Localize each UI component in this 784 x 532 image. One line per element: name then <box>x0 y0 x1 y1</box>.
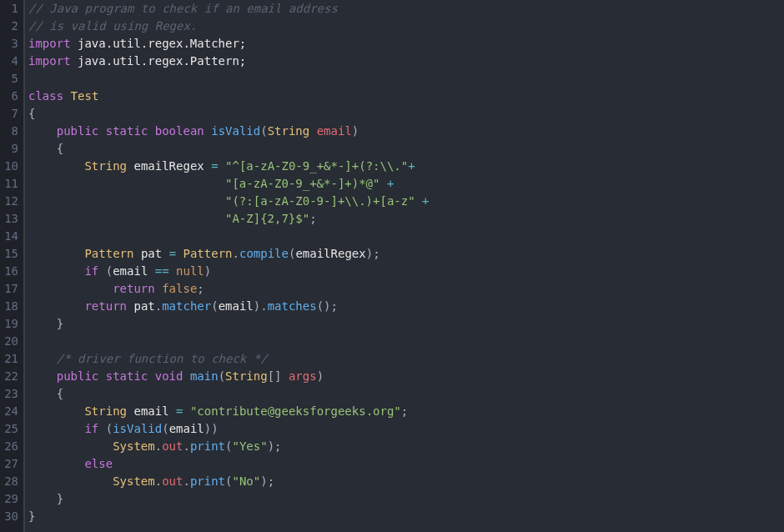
keyword-static: static <box>106 124 148 138</box>
line-number: 1 <box>0 0 18 18</box>
class-system: System <box>113 439 155 453</box>
comment: // Java program to check if an email add… <box>28 2 338 15</box>
method-print: print <box>190 474 225 488</box>
code-line[interactable]: "A-Z]{2,7}$"; <box>28 210 784 228</box>
comment: // is valid using Regex. <box>28 19 197 33</box>
string-literal: "^[a-zA-Z0-9_+&*-]+(?:\\." <box>225 159 408 173</box>
string-literal: "No" <box>233 474 261 488</box>
code-line[interactable]: else <box>28 455 784 473</box>
code-line[interactable]: } <box>28 490 784 508</box>
code-line[interactable]: System.out.print("Yes"); <box>28 438 784 455</box>
method-call: isValid <box>113 422 162 435</box>
string-literal: "A-Z]{2,7}$" <box>225 212 309 225</box>
code-line[interactable]: public static void main(String[] args) <box>28 368 784 385</box>
line-number: 26 <box>0 438 18 455</box>
param-type: String <box>268 124 310 138</box>
line-number: 18 <box>0 298 18 315</box>
code-line[interactable] <box>28 333 784 350</box>
line-number: 21 <box>0 350 18 368</box>
param-name: email <box>317 124 352 138</box>
code-line[interactable] <box>28 228 784 245</box>
operator-assign: = <box>176 404 183 418</box>
variable: pat <box>133 299 154 313</box>
line-number: 14 <box>0 228 18 245</box>
line-number: 7 <box>0 105 18 123</box>
code-line[interactable]: class Test <box>28 88 784 105</box>
code-editor[interactable]: // Java program to check if an email add… <box>25 0 784 532</box>
brace: { <box>28 107 35 120</box>
keyword-if: if <box>84 422 98 435</box>
code-line[interactable]: } <box>28 508 784 525</box>
keyword-public: public <box>57 124 99 138</box>
line-number: 3 <box>0 35 18 53</box>
line-number: 10 <box>0 158 18 175</box>
class-name: Test <box>71 89 99 103</box>
keyword-else: else <box>84 457 113 470</box>
code-line[interactable]: Pattern pat = Pattern.compile(emailRegex… <box>28 245 784 263</box>
code-line[interactable]: if (email == null) <box>28 263 784 280</box>
code-line[interactable]: if (isValid(email)) <box>28 420 784 438</box>
brace: } <box>57 492 63 505</box>
code-line[interactable]: String email = "contribute@geeksforgeeks… <box>28 403 784 420</box>
method-print: print <box>190 439 225 453</box>
line-number: 22 <box>0 368 18 385</box>
operator-eq: == <box>155 264 169 278</box>
variable: emailRegex <box>133 159 204 173</box>
line-number: 24 <box>0 403 18 420</box>
method-call: compile <box>239 247 289 260</box>
param-name: args <box>289 369 317 383</box>
type-string: String <box>84 159 127 173</box>
line-number: 5 <box>0 70 18 88</box>
string-literal: "(?:[a-zA-Z0-9-]+\\.)+[a-z" <box>225 194 415 208</box>
code-line[interactable]: /* driver function to check */ <box>28 350 784 368</box>
null-literal: null <box>176 264 204 278</box>
code-line[interactable]: // Java program to check if an email add… <box>28 0 784 18</box>
keyword-public: public <box>57 369 99 383</box>
line-number: 13 <box>0 210 18 228</box>
argument: email <box>219 299 254 313</box>
code-line[interactable]: { <box>28 105 784 123</box>
variable: email <box>133 404 168 418</box>
brace: { <box>57 142 63 155</box>
line-number: 12 <box>0 193 18 210</box>
code-line[interactable]: return pat.matcher(email).matches(); <box>28 298 784 315</box>
keyword-return: return <box>84 299 127 313</box>
code-line[interactable]: System.out.print("No"); <box>28 473 784 490</box>
code-line[interactable]: import java.util.regex.Matcher; <box>28 35 784 53</box>
line-number: 15 <box>0 245 18 263</box>
line-number: 16 <box>0 263 18 280</box>
string-literal: "[a-zA-Z0-9_+&*-]+)*@" <box>225 177 379 190</box>
keyword-import: import <box>28 37 71 50</box>
brace: } <box>57 317 63 330</box>
line-number: 17 <box>0 280 18 298</box>
code-line[interactable]: // is valid using Regex. <box>28 18 784 35</box>
package-path: java.util.regex.Matcher; <box>71 37 247 50</box>
type-pattern: Pattern <box>84 247 133 260</box>
code-line[interactable]: import java.util.regex.Pattern; <box>28 53 784 70</box>
operator-plus: + <box>408 159 415 173</box>
code-line[interactable]: "[a-zA-Z0-9_+&*-]+)*@" + <box>28 175 784 193</box>
argument: emailRegex <box>295 247 365 260</box>
line-number: 19 <box>0 315 18 333</box>
line-number: 20 <box>0 333 18 350</box>
line-number: 30 <box>0 508 18 525</box>
variable: pat <box>141 247 162 260</box>
code-line[interactable]: "(?:[a-zA-Z0-9-]+\\.)+[a-z" + <box>28 193 784 210</box>
comment: /* driver function to check */ <box>57 352 268 365</box>
param-type: String <box>225 369 268 383</box>
method-name: isValid <box>211 124 260 138</box>
code-line[interactable]: String emailRegex = "^[a-zA-Z0-9_+&*-]+(… <box>28 158 784 175</box>
code-line[interactable]: return false; <box>28 280 784 298</box>
operator-assign: = <box>169 247 176 260</box>
string-literal: "Yes" <box>233 439 268 453</box>
method-call: matches <box>268 299 317 313</box>
code-line[interactable]: { <box>28 385 784 403</box>
variable: email <box>113 264 148 278</box>
code-line[interactable]: } <box>28 315 784 333</box>
code-line[interactable]: public static boolean isValid(String ema… <box>28 123 784 140</box>
operator-plus: + <box>415 194 430 208</box>
code-line[interactable] <box>28 70 784 88</box>
line-number: 9 <box>0 140 18 158</box>
line-number: 8 <box>0 123 18 140</box>
code-line[interactable]: { <box>28 140 784 158</box>
